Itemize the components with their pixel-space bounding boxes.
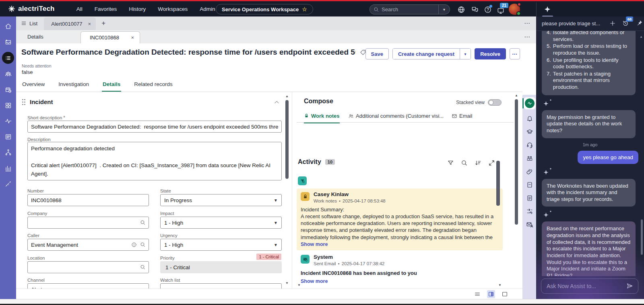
globe-icon[interactable] <box>457 6 465 14</box>
nav-favorites[interactable]: Favorites <box>95 6 117 12</box>
nav-history[interactable]: History <box>129 6 146 12</box>
close-tab-icon[interactable]: × <box>88 21 91 27</box>
number-input[interactable] <box>27 194 149 206</box>
connected-screens-icon[interactable] <box>497 7 505 15</box>
tab-work-notes[interactable]: Work notes <box>304 113 340 123</box>
assist-conversation-title[interactable]: please provide triage st... <box>542 20 604 27</box>
rail-calendar-icon[interactable] <box>2 84 14 95</box>
caller-input[interactable] <box>27 239 149 251</box>
activity-expand-icon[interactable] <box>488 160 495 166</box>
rail-reports-icon[interactable] <box>2 162 14 174</box>
search-scope-caret[interactable]: ▾ <box>438 5 450 14</box>
entry-author[interactable]: System <box>314 254 333 260</box>
notifications-bell-icon[interactable] <box>526 115 534 123</box>
user-avatar[interactable] <box>509 4 520 15</box>
scroll-up-icon[interactable]: ▲ <box>285 94 289 98</box>
activity-scrollbar-thumb[interactable] <box>496 161 500 206</box>
new-tab-button[interactable]: + <box>96 16 111 30</box>
form-scrollbar[interactable]: ▲ ▼ <box>285 94 289 286</box>
state-select[interactable]: In Progress▼ <box>160 194 282 206</box>
create-change-request-caret[interactable]: ▾ <box>460 49 471 59</box>
learning-cap-icon[interactable] <box>526 128 534 136</box>
pin-panel-icon[interactable] <box>636 20 644 28</box>
tab-details[interactable]: Details <box>102 78 121 92</box>
support-headset-icon[interactable] <box>526 141 534 149</box>
now-assist-rail-icon[interactable] <box>524 97 536 109</box>
record-scrollbar-thumb[interactable] <box>515 99 518 225</box>
workflow-route-icon[interactable] <box>526 207 534 215</box>
caller-lookup-icon[interactable] <box>140 242 146 248</box>
create-change-request-button[interactable]: Create change request <box>393 49 460 59</box>
form-scrollbar-thumb[interactable] <box>285 100 289 179</box>
show-more-link[interactable]: Show more <box>301 278 328 284</box>
tab-alert-record[interactable]: Alert0010077 × <box>44 17 96 30</box>
rail-list-icon[interactable] <box>2 52 14 64</box>
tab-row-more-button[interactable]: ⋯ <box>524 20 530 27</box>
tab-email[interactable]: Email <box>452 113 473 123</box>
global-search[interactable]: ▾ <box>369 4 450 14</box>
rail-pulse-icon[interactable] <box>2 115 14 127</box>
activity-filter-chip-icon[interactable] <box>298 176 307 185</box>
history-icon[interactable]: 68 <box>622 20 630 28</box>
tab-investigation[interactable]: Investigation <box>58 78 90 92</box>
rail-inbox-icon[interactable] <box>2 36 14 47</box>
rail-forms-icon[interactable] <box>2 131 14 142</box>
chat-icon[interactable] <box>471 6 479 14</box>
save-button[interactable]: Save <box>365 48 389 59</box>
send-icon[interactable] <box>626 282 634 290</box>
urgency-select[interactable]: 1 - High▼ <box>160 239 282 251</box>
now-assist-sparkle-icon[interactable] <box>543 5 551 13</box>
tab-list[interactable]: List <box>16 16 44 30</box>
split-view-toggle-icon[interactable] <box>487 290 495 298</box>
scroll-up-icon[interactable]: ▲ <box>515 94 518 97</box>
subtab-details[interactable]: Details <box>16 30 80 43</box>
tab-related-records[interactable]: Related records <box>133 78 173 92</box>
location-lookup-icon[interactable] <box>140 264 146 270</box>
nav-workspaces[interactable]: Workspaces <box>158 6 188 12</box>
nav-admin[interactable]: Admin <box>200 6 215 12</box>
impact-select[interactable]: 1 - High▼ <box>160 217 282 229</box>
favorite-star-icon[interactable]: ☆ <box>302 6 307 12</box>
rail-home-icon[interactable] <box>2 20 14 32</box>
collaboration-icon[interactable] <box>526 154 534 162</box>
scroll-down-icon[interactable]: ▼ <box>297 283 301 287</box>
attachments-paperclip-icon[interactable] <box>526 168 534 176</box>
rail-apps-icon[interactable] <box>2 100 14 111</box>
nav-all[interactable]: All <box>76 6 83 12</box>
activity-sort-icon[interactable] <box>475 160 481 166</box>
tab-overview[interactable]: Overview <box>21 78 45 92</box>
watch-list-input[interactable] <box>160 283 282 289</box>
chat-scroll-up-icon[interactable]: ▲ <box>640 35 643 39</box>
subtab-row-more-button[interactable]: ⋯ <box>524 33 530 41</box>
workspace-pill[interactable]: Service Operations Workspace ☆ <box>216 4 313 14</box>
rail-groups-icon[interactable] <box>2 68 14 80</box>
tab-additional-comments[interactable]: Additional comments (Customer visi... <box>348 113 444 123</box>
record-more-button[interactable]: ⋯ <box>510 48 520 59</box>
rail-flows-icon[interactable] <box>2 147 14 158</box>
rail-automation-icon[interactable] <box>2 178 14 189</box>
show-more-link[interactable]: Show more <box>301 242 328 247</box>
short-description-input[interactable] <box>27 121 282 133</box>
channel-input[interactable] <box>27 283 149 289</box>
record-scrollbar[interactable]: ▲ <box>514 94 519 289</box>
drag-grip-icon[interactable] <box>22 99 26 105</box>
notes-document-icon[interactable] <box>526 194 534 202</box>
location-input[interactable] <box>27 261 149 273</box>
chat-scrollbar-thumb[interactable] <box>641 219 643 255</box>
scroll-down-icon[interactable]: ▼ <box>498 283 502 287</box>
document-icon[interactable] <box>526 181 534 189</box>
company-lookup-icon[interactable] <box>140 220 146 226</box>
collapse-section-icon[interactable] <box>274 99 280 106</box>
resolve-button[interactable]: Resolve <box>475 48 506 59</box>
list-view-toggle-icon[interactable] <box>473 290 481 298</box>
mail-contact-icon[interactable] <box>526 221 534 229</box>
activity-filter-icon[interactable] <box>447 160 454 166</box>
scroll-down-icon[interactable]: ▼ <box>285 281 289 285</box>
company-input[interactable] <box>27 217 149 229</box>
entry-author[interactable]: Casey Kinlaw <box>314 191 349 197</box>
search-input[interactable] <box>382 6 438 12</box>
description-textarea[interactable]: Performance degradation detected Critica… <box>27 142 282 180</box>
close-subtab-icon[interactable]: × <box>131 35 134 41</box>
caller-info-icon[interactable] <box>131 242 137 248</box>
subtab-incident[interactable]: INC0010868 × <box>80 31 140 43</box>
